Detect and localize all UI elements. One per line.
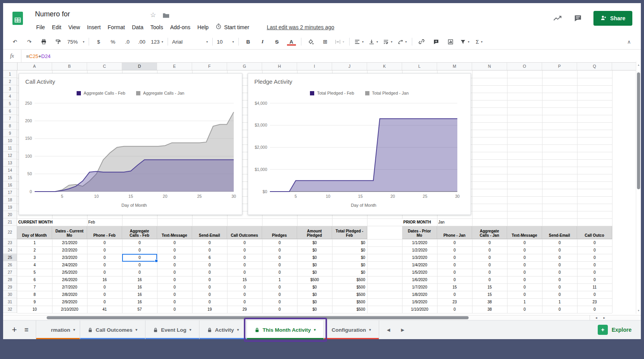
- explore-button[interactable]: Explore: [598, 325, 632, 335]
- column-header-L[interactable]: L: [402, 63, 437, 70]
- cell-E25[interactable]: 0: [157, 254, 192, 261]
- fill-handle[interactable]: [155, 259, 158, 262]
- format-percent-button[interactable]: %: [106, 37, 120, 47]
- merge-cells-button[interactable]: ▾: [332, 37, 347, 47]
- menu-edit[interactable]: Edit: [49, 23, 65, 32]
- cell-M24[interactable]: 0: [437, 247, 472, 254]
- cell-P22[interactable]: Send-Email: [542, 226, 577, 239]
- cell-A27[interactable]: 5: [17, 269, 52, 276]
- all-sheets-button[interactable]: ≡: [20, 326, 33, 334]
- scroll-down-icon[interactable]: ▾: [636, 309, 641, 312]
- cell-P32[interactable]: 0: [542, 306, 577, 313]
- cell-D30[interactable]: 16: [122, 291, 157, 298]
- cell-P31[interactable]: 1: [542, 299, 577, 306]
- cell-O24[interactable]: 0: [507, 247, 542, 254]
- row-header-1[interactable]: 1: [3, 70, 17, 78]
- more-formats-button[interactable]: 123▾: [149, 37, 165, 47]
- cell-A30[interactable]: 8: [17, 291, 52, 298]
- cell-J25[interactable]: $0: [332, 254, 367, 261]
- cell-D22[interactable]: Aggregate Calls - Feb: [122, 226, 157, 239]
- horizontal-align-button[interactable]: ▾: [352, 37, 366, 47]
- sheet-tab-event-log[interactable]: Event Log▾: [145, 320, 200, 339]
- cell-N31[interactable]: 38: [472, 299, 507, 306]
- cell-J31[interactable]: $500: [332, 299, 367, 306]
- insights-icon[interactable]: [553, 15, 562, 22]
- text-color-button[interactable]: A: [284, 37, 299, 47]
- row-header-29[interactable]: 29: [3, 283, 17, 291]
- cell-B22[interactable]: Dates - Current Mo: [52, 226, 87, 239]
- cell-A32[interactable]: 10: [17, 306, 52, 313]
- cell-E29[interactable]: 0: [157, 284, 192, 291]
- cell-M32[interactable]: 0: [437, 306, 472, 313]
- cell-F32[interactable]: 19: [192, 306, 227, 313]
- print-button[interactable]: [37, 37, 51, 47]
- functions-button[interactable]: Σ▾: [472, 37, 486, 47]
- cell-I28[interactable]: $500: [297, 276, 332, 283]
- scroll-left-icon[interactable]: ◂: [595, 316, 597, 320]
- cell-D29[interactable]: 16: [122, 284, 157, 291]
- cell-E30[interactable]: 0: [157, 291, 192, 298]
- comments-icon[interactable]: [574, 15, 582, 22]
- row-header-19[interactable]: 19: [3, 204, 17, 211]
- column-header-G[interactable]: G: [227, 63, 262, 70]
- cell-H27[interactable]: 0: [262, 269, 297, 276]
- cell-B30[interactable]: 2/8/2020: [52, 291, 87, 298]
- cell-F31[interactable]: 0: [192, 299, 227, 306]
- cell-E31[interactable]: 0: [157, 299, 192, 306]
- cell-C25[interactable]: 0: [87, 254, 122, 261]
- insert-chart-button[interactable]: [443, 37, 458, 47]
- cell-Q32[interactable]: 0: [577, 306, 612, 313]
- cell-Q27[interactable]: 0: [577, 269, 612, 276]
- column-header-A[interactable]: A: [17, 63, 52, 70]
- cell-A22[interactable]: Day of Month: [17, 226, 52, 239]
- cell-L31[interactable]: 1/9/2020: [402, 299, 437, 306]
- cell-D31[interactable]: 16: [122, 299, 157, 306]
- menu-view[interactable]: View: [65, 23, 84, 32]
- cell-C27[interactable]: 0: [87, 269, 122, 276]
- row-header-7[interactable]: 7: [3, 115, 17, 122]
- cell-I27[interactable]: $0: [297, 269, 332, 276]
- sheet-tab-configuration[interactable]: Configuration▾: [324, 320, 379, 339]
- cell-A24[interactable]: 2: [17, 247, 52, 254]
- bold-button[interactable]: B: [241, 37, 256, 47]
- star-icon[interactable]: ☆: [150, 11, 156, 19]
- row-header-10[interactable]: 10: [3, 137, 17, 144]
- row-header-20[interactable]: 20: [3, 211, 17, 218]
- cell-G22[interactable]: Call Outcomes: [227, 226, 262, 239]
- insert-link-button[interactable]: [415, 37, 429, 47]
- cell-O26[interactable]: 0: [507, 262, 542, 269]
- increase-decimals-button[interactable]: .00: [135, 37, 149, 47]
- pledge-activity-chart[interactable]: Pledge Activity Total Pledged - FebTotal…: [248, 73, 471, 215]
- row-header-16[interactable]: 16: [3, 181, 17, 189]
- cell-G24[interactable]: 0: [227, 247, 262, 254]
- cell-M28[interactable]: 0: [437, 276, 472, 283]
- cell-O27[interactable]: 0: [507, 269, 542, 276]
- cell-E23[interactable]: 0: [157, 239, 192, 246]
- cell-M30[interactable]: 0: [437, 291, 472, 298]
- cell-P25[interactable]: 0: [542, 254, 577, 261]
- row-header-22[interactable]: 22: [3, 226, 17, 239]
- tab-scroll-right-icon[interactable]: ▶: [401, 327, 404, 333]
- column-header-M[interactable]: M: [437, 63, 472, 70]
- fill-color-button[interactable]: [304, 37, 318, 47]
- cell-Q31[interactable]: 23: [577, 299, 612, 306]
- cell-N30[interactable]: 15: [472, 291, 507, 298]
- cell-J22[interactable]: Total Pledged - Feb: [332, 226, 367, 239]
- cell-F28[interactable]: 0: [192, 276, 227, 283]
- tab-menu-arrow-icon[interactable]: ▾: [314, 328, 316, 332]
- cell-J28[interactable]: $500: [332, 276, 367, 283]
- column-header-K[interactable]: K: [367, 63, 402, 70]
- tab-menu-arrow-icon[interactable]: ▾: [369, 328, 371, 332]
- cell-L24[interactable]: 1/2/2020: [402, 247, 437, 254]
- cell-M25[interactable]: 0: [437, 254, 472, 261]
- cell-A25[interactable]: 3: [17, 254, 52, 261]
- insert-comment-button[interactable]: [429, 37, 443, 47]
- cell-B26[interactable]: 2/4/2020: [52, 262, 87, 269]
- cell-C30[interactable]: 0: [87, 291, 122, 298]
- cell-P26[interactable]: 0: [542, 262, 577, 269]
- cell-E27[interactable]: 0: [157, 269, 192, 276]
- cell-H25[interactable]: 0: [262, 254, 297, 261]
- column-header-I[interactable]: I: [297, 63, 332, 70]
- cell-L29[interactable]: 1/7/2020: [402, 284, 437, 291]
- cell-L22[interactable]: Dates - Prior Mo: [402, 226, 437, 239]
